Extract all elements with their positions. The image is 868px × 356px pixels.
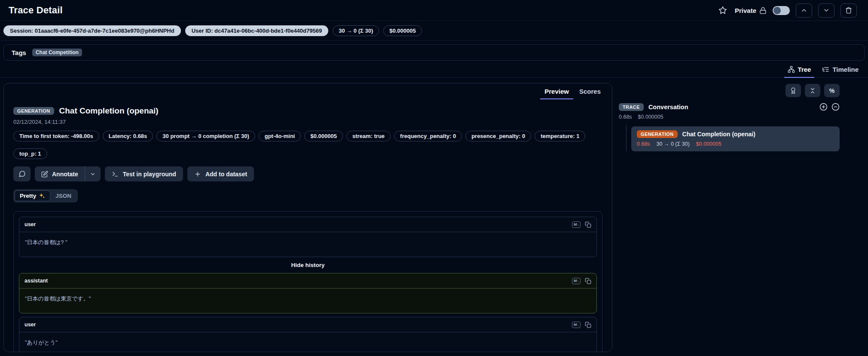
node-latency: 0.68s [637, 141, 650, 147]
tab-timeline[interactable]: Timeline [819, 63, 862, 78]
trace-cost: $0.000005 [638, 114, 663, 120]
format-pretty-button[interactable]: Pretty [15, 190, 50, 201]
markdown-toggle-icon[interactable]: M↓ [572, 278, 581, 284]
add-to-dataset-button[interactable]: Add to dataset [187, 166, 254, 181]
user-id-badge[interactable]: User ID: dc47a41e-06bc-400d-bde1-f0e440d… [185, 25, 329, 36]
message-card-assistant: assistant M↓ "日本の首都は東京です。" [19, 273, 597, 313]
format-pretty-label: Pretty [20, 193, 36, 199]
copy-icon[interactable] [585, 278, 591, 284]
trace-type-badge: TRACE [619, 103, 644, 111]
metric-badges: Time to first token: -498.00s Latency: 0… [13, 131, 602, 159]
observation-title-row: GENERATION Chat Completion (openai) [13, 106, 602, 116]
generation-node-card[interactable]: GENERATION Chat Completion (openai) 0.68… [631, 126, 840, 151]
message-content: "ありがとう" [19, 332, 596, 352]
tab-scores[interactable]: Scores [575, 85, 605, 99]
hide-history-button[interactable]: Hide history [19, 257, 597, 273]
message-role: assistant [24, 278, 48, 284]
copy-icon[interactable] [585, 221, 591, 228]
toggle-metrics-button[interactable]: % [824, 84, 840, 97]
tree-indent-line [626, 125, 627, 151]
lock-icon [759, 7, 767, 14]
metric-badge-temperature: temperature: 1 [535, 131, 585, 141]
sparkles-icon [39, 193, 45, 199]
message-header: user M↓ [19, 317, 596, 332]
observation-title: Chat Completion (openai) [59, 106, 159, 116]
annotate-label: Annotate [52, 171, 78, 178]
tag-chip[interactable]: Chat Competition [32, 49, 82, 56]
circle-minus-icon[interactable] [831, 103, 840, 111]
add-to-dataset-label: Add to dataset [205, 171, 247, 178]
tags-row: Tags Chat Competition [3, 44, 865, 61]
trace-title: Conversation [648, 104, 815, 110]
format-json-button[interactable]: JSON [50, 190, 76, 201]
header-actions: Private [717, 3, 857, 18]
previous-trace-button[interactable] [796, 3, 812, 18]
terminal-icon [112, 171, 119, 178]
token-usage-badge: 30 → 0 (Σ 30) [333, 25, 379, 36]
metric-badge-frequency-penalty: frequency_penalty: 0 [394, 131, 462, 141]
trace-root-row[interactable]: TRACE Conversation [619, 103, 840, 111]
annotate-dropdown-button[interactable] [85, 166, 101, 181]
node-cost: $0.000005 [696, 141, 721, 147]
page-title: Trace Detail [9, 5, 63, 16]
trash-icon [845, 7, 852, 14]
test-in-playground-label: Test in playground [123, 171, 176, 178]
annotate-split-button: Annotate [35, 166, 101, 181]
message-content: "日本の首都は? " [19, 232, 596, 257]
message-card-user-2: user M↓ "ありがとう" [19, 317, 597, 352]
collapse-all-button[interactable] [805, 84, 820, 97]
view-tabs: Tree Timeline [0, 61, 868, 78]
tab-timeline-label: Timeline [832, 66, 859, 73]
trace-meta-row: Session: 01aaacf6-e0fe-457d-a7de-7c1ee08… [0, 21, 868, 41]
session-badge[interactable]: Session: 01aaacf6-e0fe-457d-a7de-7c1ee08… [3, 25, 181, 36]
circle-plus-icon[interactable] [819, 103, 828, 111]
tags-label: Tags [12, 49, 26, 56]
message-header-icons: M↓ [572, 278, 591, 284]
trace-tree-panel: % TRACE Conversation 0.68s $0.000005 [619, 83, 868, 151]
metric-badge-tokens: 30 prompt → 0 completion (Σ 30) [156, 131, 255, 141]
toggle-scores-button[interactable] [785, 84, 801, 97]
markdown-toggle-icon[interactable]: M↓ [572, 221, 581, 228]
message-role: user [24, 322, 36, 328]
metric-badge-latency: Latency: 0.68s [103, 131, 153, 141]
node-tokens: 30 → 0 (Σ 30) [657, 141, 690, 147]
actions-row: Annotate Test in playground [13, 166, 602, 181]
message-content: "日本の首都は東京です。" [19, 288, 596, 313]
comments-button[interactable] [13, 166, 31, 181]
test-in-playground-button[interactable]: Test in playground [105, 166, 183, 181]
annotate-button[interactable]: Annotate [35, 166, 85, 181]
observation-panel: Preview Scores GENERATION Chat Completio… [3, 83, 612, 352]
metric-badge-cost: $0.000005 [304, 131, 342, 141]
star-icon [718, 6, 727, 15]
tree-expand-controls [819, 103, 840, 111]
chevron-up-icon [801, 7, 807, 14]
observation-timestamp: 02/12/2024, 14:11:37 [13, 119, 602, 125]
message-role: user [24, 221, 36, 227]
messages-container: user M↓ "日本の首都は? " Hide history assistan… [13, 211, 602, 352]
message-header-icons: M↓ [572, 221, 591, 228]
chevrons-down-up-icon [809, 87, 816, 94]
tab-tree[interactable]: Tree [784, 63, 815, 78]
delete-trace-button[interactable] [840, 3, 857, 18]
tab-preview[interactable]: Preview [540, 85, 573, 99]
private-toggle[interactable] [773, 6, 790, 15]
cost-badge: $0.000005 [383, 25, 422, 36]
copy-icon[interactable] [585, 322, 591, 328]
main-area: Preview Scores GENERATION Chat Completio… [0, 78, 868, 352]
metric-badge-model[interactable]: gpt-4o-mini [259, 131, 301, 141]
generation-node-badge: GENERATION [637, 130, 678, 138]
generation-node-title: Chat Completion (openai) [682, 131, 755, 138]
panel-tabs: Preview Scores [4, 83, 612, 99]
tree-nodes: GENERATION Chat Completion (openai) 0.68… [619, 126, 840, 151]
next-trace-button[interactable] [818, 3, 834, 18]
markdown-toggle-icon[interactable]: M↓ [572, 322, 581, 328]
metric-badge-top-p: top_p: 1 [13, 148, 47, 159]
toggle-knob [773, 7, 781, 14]
message-card-user-1: user M↓ "日本の首都は? " [19, 217, 597, 257]
tab-tree-label: Tree [798, 66, 811, 73]
generation-type-badge: GENERATION [13, 107, 54, 115]
award-icon [790, 87, 797, 94]
chevron-down-icon [90, 171, 96, 177]
plus-icon [194, 171, 201, 178]
bookmark-star-button[interactable] [717, 4, 729, 16]
